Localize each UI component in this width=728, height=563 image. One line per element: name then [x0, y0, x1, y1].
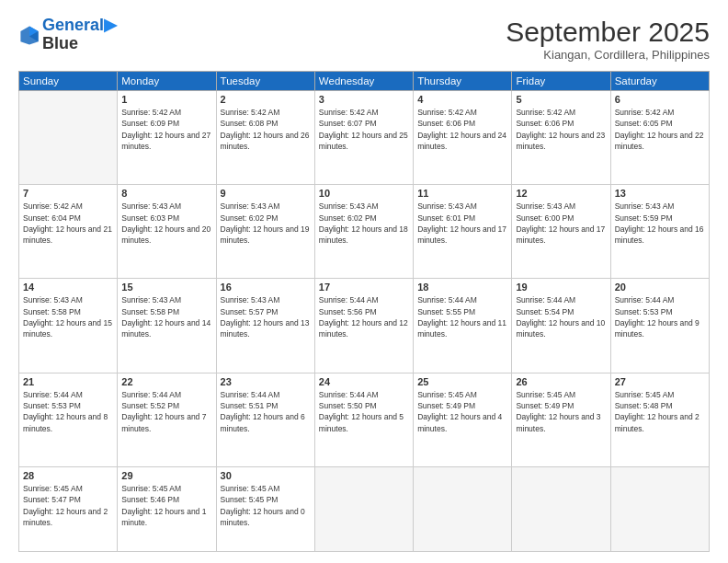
weekday-header: Tuesday [216, 72, 314, 91]
day-info: Sunrise: 5:44 AMSunset: 5:56 PMDaylight:… [319, 294, 409, 339]
calendar-day-cell: 5Sunrise: 5:42 AMSunset: 6:06 PMDaylight… [512, 91, 610, 185]
day-info: Sunrise: 5:42 AMSunset: 6:05 PMDaylight:… [615, 107, 705, 152]
day-number: 22 [121, 376, 211, 387]
day-number: 30 [221, 470, 311, 481]
calendar-day-cell: 4Sunrise: 5:42 AMSunset: 6:06 PMDaylight… [414, 91, 512, 185]
day-info: Sunrise: 5:45 AMSunset: 5:47 PMDaylight:… [23, 483, 113, 528]
day-info: Sunrise: 5:45 AMSunset: 5:48 PMDaylight:… [615, 389, 705, 434]
calendar-day-cell: 20Sunrise: 5:44 AMSunset: 5:53 PMDayligh… [610, 279, 709, 373]
calendar-header-row: SundayMondayTuesdayWednesdayThursdayFrid… [19, 72, 710, 91]
day-number: 12 [516, 188, 606, 199]
day-info: Sunrise: 5:44 AMSunset: 5:53 PMDaylight:… [23, 389, 113, 434]
location-subtitle: Kiangan, Cordillera, Philippines [506, 48, 710, 62]
day-number: 16 [221, 282, 311, 293]
day-info: Sunrise: 5:42 AMSunset: 6:06 PMDaylight:… [516, 107, 606, 152]
logo-line1: General [42, 16, 104, 34]
day-number: 2 [221, 94, 311, 105]
day-info: Sunrise: 5:42 AMSunset: 6:06 PMDaylight:… [417, 107, 507, 152]
calendar-day-cell: 23Sunrise: 5:44 AMSunset: 5:51 PMDayligh… [216, 373, 314, 466]
page: General▶ Blue September 2025 Kiangan, Co… [0, 0, 728, 563]
weekday-header: Sunday [19, 72, 118, 91]
day-info: Sunrise: 5:44 AMSunset: 5:55 PMDaylight:… [417, 294, 507, 339]
calendar-day-cell: 19Sunrise: 5:44 AMSunset: 5:54 PMDayligh… [512, 279, 610, 373]
day-number: 15 [121, 282, 211, 293]
weekday-header: Thursday [414, 72, 512, 91]
day-info: Sunrise: 5:42 AMSunset: 6:07 PMDaylight:… [319, 107, 409, 152]
day-info: Sunrise: 5:44 AMSunset: 5:54 PMDaylight:… [516, 294, 606, 339]
day-number: 3 [319, 94, 409, 105]
calendar-day-cell: 18Sunrise: 5:44 AMSunset: 5:55 PMDayligh… [414, 279, 512, 373]
calendar-day-cell: 28Sunrise: 5:45 AMSunset: 5:47 PMDayligh… [19, 466, 118, 551]
day-number: 19 [516, 282, 606, 293]
calendar-week-row: 1Sunrise: 5:42 AMSunset: 6:09 PMDaylight… [19, 91, 710, 185]
header: General▶ Blue September 2025 Kiangan, Co… [18, 17, 710, 62]
day-info: Sunrise: 5:43 AMSunset: 6:03 PMDaylight:… [121, 201, 211, 246]
day-number: 27 [615, 376, 705, 387]
day-info: Sunrise: 5:42 AMSunset: 6:04 PMDaylight:… [23, 201, 113, 246]
calendar-day-cell: 30Sunrise: 5:45 AMSunset: 5:45 PMDayligh… [216, 466, 314, 551]
day-info: Sunrise: 5:44 AMSunset: 5:53 PMDaylight:… [615, 294, 705, 339]
day-number: 24 [319, 376, 409, 387]
day-number: 17 [319, 282, 409, 293]
logo-line2: Blue [42, 35, 117, 53]
calendar-week-row: 14Sunrise: 5:43 AMSunset: 5:58 PMDayligh… [19, 279, 710, 373]
calendar-day-cell: 15Sunrise: 5:43 AMSunset: 5:58 PMDayligh… [118, 279, 216, 373]
day-number: 11 [417, 188, 507, 199]
calendar-day-cell: 1Sunrise: 5:42 AMSunset: 6:09 PMDaylight… [118, 91, 216, 185]
day-number: 18 [417, 282, 507, 293]
calendar-day-cell: 22Sunrise: 5:44 AMSunset: 5:52 PMDayligh… [118, 373, 216, 466]
calendar-day-cell: 26Sunrise: 5:45 AMSunset: 5:49 PMDayligh… [512, 373, 610, 466]
day-number: 25 [417, 376, 507, 387]
logo-text: General▶ Blue [42, 17, 117, 53]
calendar-day-cell [414, 466, 512, 551]
day-number: 28 [23, 470, 113, 481]
calendar-day-cell: 2Sunrise: 5:42 AMSunset: 6:08 PMDaylight… [216, 91, 314, 185]
day-info: Sunrise: 5:44 AMSunset: 5:52 PMDaylight:… [121, 389, 211, 434]
calendar-day-cell: 9Sunrise: 5:43 AMSunset: 6:02 PMDaylight… [216, 185, 314, 279]
calendar-day-cell [512, 466, 610, 551]
calendar-day-cell: 8Sunrise: 5:43 AMSunset: 6:03 PMDaylight… [118, 185, 216, 279]
day-info: Sunrise: 5:43 AMSunset: 5:58 PMDaylight:… [121, 294, 211, 339]
calendar-day-cell: 3Sunrise: 5:42 AMSunset: 6:07 PMDaylight… [314, 91, 413, 185]
day-number: 5 [516, 94, 606, 105]
day-number: 10 [319, 188, 409, 199]
day-info: Sunrise: 5:42 AMSunset: 6:08 PMDaylight:… [221, 107, 311, 152]
day-info: Sunrise: 5:43 AMSunset: 6:02 PMDaylight:… [319, 201, 409, 246]
weekday-header: Wednesday [314, 72, 413, 91]
calendar-day-cell: 7Sunrise: 5:42 AMSunset: 6:04 PMDaylight… [19, 185, 118, 279]
day-info: Sunrise: 5:45 AMSunset: 5:45 PMDaylight:… [221, 483, 311, 528]
day-info: Sunrise: 5:42 AMSunset: 6:09 PMDaylight:… [121, 107, 211, 152]
calendar-week-row: 21Sunrise: 5:44 AMSunset: 5:53 PMDayligh… [19, 373, 710, 466]
calendar-day-cell: 29Sunrise: 5:45 AMSunset: 5:46 PMDayligh… [118, 466, 216, 551]
day-info: Sunrise: 5:44 AMSunset: 5:50 PMDaylight:… [319, 389, 409, 434]
calendar-day-cell: 16Sunrise: 5:43 AMSunset: 5:57 PMDayligh… [216, 279, 314, 373]
logo: General▶ Blue [18, 17, 117, 53]
day-info: Sunrise: 5:45 AMSunset: 5:46 PMDaylight:… [121, 483, 211, 528]
day-info: Sunrise: 5:43 AMSunset: 5:59 PMDaylight:… [615, 201, 705, 246]
calendar-day-cell: 13Sunrise: 5:43 AMSunset: 5:59 PMDayligh… [610, 185, 709, 279]
calendar-day-cell [19, 91, 118, 185]
title-block: September 2025 Kiangan, Cordillera, Phil… [506, 17, 710, 62]
calendar-day-cell: 11Sunrise: 5:43 AMSunset: 6:01 PMDayligh… [414, 185, 512, 279]
day-number: 13 [615, 188, 705, 199]
day-number: 9 [221, 188, 311, 199]
day-number: 14 [23, 282, 113, 293]
calendar-day-cell: 21Sunrise: 5:44 AMSunset: 5:53 PMDayligh… [19, 373, 118, 466]
weekday-header: Monday [118, 72, 216, 91]
calendar-table: SundayMondayTuesdayWednesdayThursdayFrid… [18, 71, 710, 552]
day-info: Sunrise: 5:43 AMSunset: 5:58 PMDaylight:… [23, 294, 113, 339]
day-info: Sunrise: 5:45 AMSunset: 5:49 PMDaylight:… [417, 389, 507, 434]
day-info: Sunrise: 5:45 AMSunset: 5:49 PMDaylight:… [516, 389, 606, 434]
weekday-header: Saturday [610, 72, 709, 91]
calendar-day-cell: 10Sunrise: 5:43 AMSunset: 6:02 PMDayligh… [314, 185, 413, 279]
calendar-day-cell: 24Sunrise: 5:44 AMSunset: 5:50 PMDayligh… [314, 373, 413, 466]
calendar-day-cell [610, 466, 709, 551]
calendar-day-cell: 25Sunrise: 5:45 AMSunset: 5:49 PMDayligh… [414, 373, 512, 466]
day-number: 20 [615, 282, 705, 293]
day-number: 6 [615, 94, 705, 105]
calendar-day-cell: 17Sunrise: 5:44 AMSunset: 5:56 PMDayligh… [314, 279, 413, 373]
day-number: 29 [121, 470, 211, 481]
month-title: September 2025 [506, 17, 710, 48]
day-number: 8 [121, 188, 211, 199]
logo-icon [18, 24, 40, 46]
